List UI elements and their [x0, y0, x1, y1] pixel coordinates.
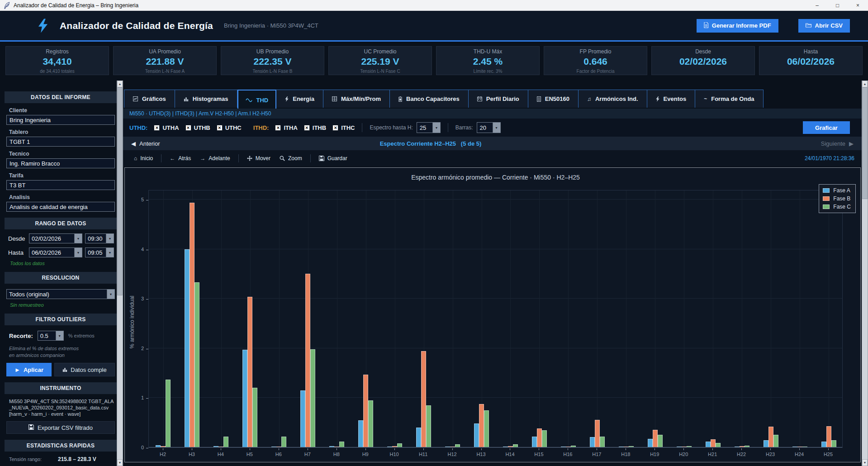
field-input-tarifa[interactable]: T3 BT: [6, 180, 115, 190]
maximize-button[interactable]: □: [827, 0, 848, 10]
resolucion-select[interactable]: Todos (original) ▼: [6, 289, 115, 299]
checkbox-checked-icon[interactable]: ×: [332, 125, 338, 131]
x-tick-label: H3: [182, 452, 202, 457]
espectro-spinner[interactable]: 25 ▼: [417, 122, 441, 133]
scrollbar-thumb[interactable]: [117, 87, 123, 295]
checkbox-uthc[interactable]: ×UTHC: [217, 124, 242, 131]
stat-card-value: 34,410: [43, 56, 71, 67]
main-panel: GráficosHistogramasTHDEnergíaMáx/Mín/Pro…: [123, 81, 862, 466]
chevron-down-icon[interactable]: ▼: [107, 290, 114, 299]
chevron-down-icon[interactable]: ▼: [106, 234, 114, 243]
tab-forma-de-onda[interactable]: ~Forma de Onda: [695, 90, 763, 108]
close-button[interactable]: ×: [848, 0, 868, 10]
open-csv-button[interactable]: Abrir CSV: [798, 19, 850, 33]
checkbox-checked-icon[interactable]: ×: [217, 125, 223, 131]
lightning-logo-icon: [38, 19, 48, 33]
scroll-down-icon[interactable]: ▼: [117, 459, 123, 466]
bar-h4-fase-c: [223, 437, 228, 447]
barras-spinner[interactable]: 20 ▼: [477, 122, 501, 133]
bar-h19-fase-c: [658, 435, 663, 448]
chevron-down-icon[interactable]: ▼: [74, 234, 82, 243]
grid-icon: [537, 96, 541, 102]
atrás-button[interactable]: ←Atrás: [165, 155, 195, 162]
scroll-down-icon[interactable]: ▼: [862, 459, 868, 466]
inicio-button[interactable]: ⌂Inicio: [129, 155, 157, 162]
x-tick-label: H7: [298, 452, 318, 457]
barras-label: Barras:: [455, 124, 473, 131]
x-tick-label: H15: [529, 452, 549, 457]
sidebar-scrollbar[interactable]: ▲ ▼: [117, 81, 123, 466]
x-tick-mark: [568, 448, 568, 450]
chevron-down-icon[interactable]: ▼: [56, 331, 63, 340]
chevron-down-icon[interactable]: ▼: [493, 123, 500, 133]
checkbox-checked-icon[interactable]: ×: [275, 125, 281, 131]
tab-banco-capacitores[interactable]: Banco Capacitores: [390, 90, 469, 108]
checkbox-checked-icon[interactable]: ×: [304, 125, 310, 131]
generate-pdf-button[interactable]: Generar Informe PDF: [697, 19, 778, 33]
chart-canvas[interactable]: Espectro armónico promedio — Corriente ·…: [124, 167, 861, 462]
chevron-down-icon[interactable]: ▼: [106, 248, 114, 257]
checkbox-checked-icon[interactable]: ×: [185, 125, 191, 131]
scroll-up-icon[interactable]: ▲: [117, 81, 123, 87]
chevron-down-icon[interactable]: ▼: [432, 123, 440, 133]
recorte-spinner[interactable]: 0.5 ▼: [38, 331, 64, 341]
espectro-label: Espectro hasta H:: [370, 124, 413, 131]
checkbox-label: UTHA: [162, 124, 179, 131]
stat-card-label: Desde: [695, 48, 711, 55]
mover-button[interactable]: Mover: [242, 155, 275, 162]
datos-completos-button[interactable]: Datos comple: [54, 363, 115, 376]
anterior-button[interactable]: ◀ Anterior: [131, 140, 160, 147]
x-tick-mark: [308, 448, 308, 450]
field-input-tablero[interactable]: TGBT 1: [6, 137, 115, 147]
checkbox-ithc[interactable]: ×ITHC: [332, 124, 355, 131]
checkbox-ithb[interactable]: ×ITHB: [304, 124, 326, 131]
hasta-time-combo[interactable]: 09:05 ▼: [85, 247, 114, 257]
tab-perfil-diario[interactable]: Perfil Diario: [469, 90, 528, 108]
zoom-button[interactable]: Zoom: [275, 155, 307, 162]
tab-m-x-m-n-prom[interactable]: Máx/Mín/Prom: [323, 90, 390, 108]
tab-gr-ficos[interactable]: Gráficos: [124, 90, 175, 108]
field-input-analisis[interactable]: Analisis de calidad de energia: [6, 202, 115, 212]
adelante-button[interactable]: →Adelante: [195, 155, 234, 162]
section-header-rango: RANGO DE DATOS: [5, 218, 117, 229]
checkbox-checked-icon[interactable]: ×: [154, 125, 160, 131]
scroll-up-icon[interactable]: ▲: [862, 81, 868, 87]
gridline: [510, 190, 511, 447]
bar-h17-fase-a: [590, 437, 595, 447]
rango-note: Todos los datos: [10, 261, 117, 266]
gridline: [742, 190, 742, 447]
field-input-cliente[interactable]: Bring Ingenieria: [6, 115, 115, 125]
tab-eventos[interactable]: Eventos: [647, 90, 696, 108]
tab-arm-nicos-ind-[interactable]: ♫Armónicos Ind.: [579, 90, 647, 108]
x-tick-mark: [192, 448, 192, 450]
guardar-button[interactable]: Guardar: [314, 155, 352, 162]
aplicar-button[interactable]: ► Aplicar: [6, 363, 52, 376]
gridline: [771, 190, 771, 447]
chevron-down-icon[interactable]: ▼: [74, 248, 82, 257]
tab-histogramas[interactable]: Histogramas: [175, 90, 237, 108]
checkbox-utha[interactable]: ×UTHA: [154, 124, 179, 131]
main-scrollbar[interactable]: ▲ ▼: [862, 81, 868, 466]
siguiente-button[interactable]: Siguiente ▶: [821, 140, 854, 147]
minimize-button[interactable]: –: [807, 0, 827, 10]
x-tick-mark: [423, 448, 424, 450]
subtab-bar[interactable]: Mi550 · UTHD(3) | ITHD(3) | Arm.V H2-H50…: [123, 109, 862, 119]
right-arrow-icon: ▶: [849, 140, 854, 147]
tab-en50160[interactable]: EN50160: [528, 90, 579, 108]
desde-date-combo[interactable]: 02/02/2026 ▼: [29, 233, 82, 243]
export-csv-button[interactable]: Exportar CSV filtrado: [6, 421, 115, 434]
tab-energ-a[interactable]: Energía: [276, 90, 323, 108]
desde-time-combo[interactable]: 09:30 ▼: [85, 233, 114, 243]
field-input-tecnico[interactable]: Ing. Ramiro Bracco: [6, 158, 115, 168]
hasta-date-combo[interactable]: 06/02/2026 ▼: [29, 247, 82, 257]
graficar-button[interactable]: Graficar: [803, 121, 850, 134]
bar-h13-fase-a: [474, 423, 479, 447]
checkbox-itha[interactable]: ×ITHA: [275, 124, 297, 131]
legend-swatch: [823, 196, 830, 201]
x-tick-label: H17: [587, 452, 607, 457]
scrollbar-thumb[interactable]: [862, 87, 868, 199]
checkbox-uthb[interactable]: ×UTHB: [185, 124, 210, 131]
tab-thd[interactable]: THD: [237, 90, 277, 109]
stat-card-value: 06/02/2026: [787, 56, 835, 67]
legend-entry: Fase C: [823, 204, 851, 210]
